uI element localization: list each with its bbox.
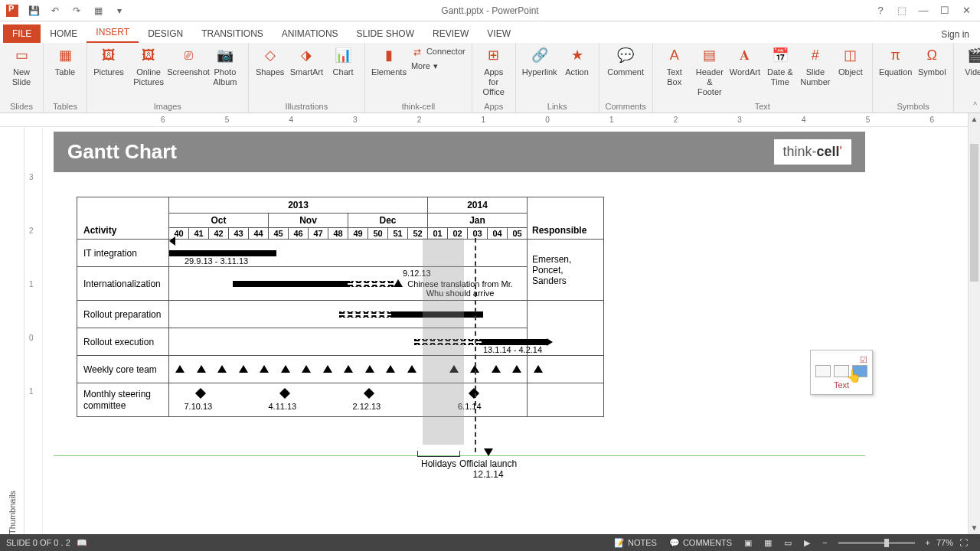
week-header: 46 — [289, 228, 309, 240]
shapes-button[interactable]: ◇Shapes — [255, 46, 286, 77]
slideshow-view-icon[interactable]: ▶ — [798, 538, 816, 548]
bar-rprep-dashed[interactable] — [339, 311, 393, 318]
close-icon[interactable]: ✕ — [959, 5, 974, 16]
tab-animations[interactable]: ANIMATIONS — [273, 24, 348, 43]
pictures-icon: 🖼 — [98, 46, 119, 66]
header-footer-button[interactable]: ▤Header & Footer — [694, 46, 725, 98]
object-button[interactable]: ◫Object — [835, 46, 866, 77]
scroll-down-icon[interactable]: ▼ — [969, 522, 980, 534]
group-slides-label: Slides — [10, 102, 33, 111]
notes-button[interactable]: 📝 NOTES — [608, 538, 663, 548]
tab-file[interactable]: FILE — [3, 24, 41, 43]
comment-icon: 💬 — [615, 46, 636, 66]
bar-rexec-end-icon — [547, 338, 557, 346]
elements-button[interactable]: ▮Elements — [371, 46, 407, 77]
bar-it[interactable] — [169, 250, 276, 256]
group-thinkcell-label: think-cell — [402, 102, 435, 111]
online-pictures-button[interactable]: 🖼Online Pictures — [129, 46, 168, 87]
horizontal-ruler: 6543210123456 — [0, 113, 980, 127]
tab-home[interactable]: HOME — [41, 24, 87, 43]
maximize-icon[interactable]: ☐ — [937, 5, 952, 16]
object-icon: ◫ — [840, 46, 861, 66]
spellcheck-icon[interactable]: 📖 — [70, 538, 93, 548]
bar-intl-solid[interactable] — [233, 281, 348, 287]
more-button[interactable]: More ▾ — [411, 61, 466, 71]
video-button[interactable]: 🎬Video — [960, 46, 980, 77]
new-slide-button[interactable]: ▭New Slide — [6, 46, 37, 87]
year-2014: 2014 — [428, 197, 528, 214]
tab-view[interactable]: VIEW — [478, 24, 520, 43]
week-header: 45 — [269, 228, 289, 240]
ruler-mark: 5 — [225, 116, 230, 124]
window-controls: ? ⬚ — ☐ ✕ — [873, 5, 980, 16]
zoom-out-icon[interactable]: − — [816, 538, 833, 547]
bar-rexec-solid[interactable] — [482, 339, 547, 345]
row-rexec-label: Rollout execution — [77, 328, 169, 356]
collapse-ribbon-icon[interactable]: ^ — [973, 101, 977, 109]
smartart-icon: ⬗ — [296, 46, 317, 66]
vertical-scrollbar[interactable]: ▲ ▼ — [968, 113, 980, 534]
vruler-mark: 1 — [29, 280, 34, 289]
week-header: 52 — [408, 228, 428, 240]
symbol-button[interactable]: ΩSymbol — [916, 46, 947, 77]
normal-view-icon[interactable]: ▣ — [738, 538, 758, 548]
minimize-icon[interactable]: — — [916, 5, 931, 16]
zoom-in-icon[interactable]: + — [920, 538, 936, 547]
scroll-up-icon[interactable]: ▲ — [969, 113, 980, 126]
fit-slide-icon[interactable]: ⛶ — [953, 538, 974, 547]
weekly-marker-icon — [239, 365, 248, 373]
weekly-marker-icon — [449, 365, 459, 373]
sorter-view-icon[interactable]: ▦ — [758, 538, 778, 548]
bar-rexec-dashed[interactable] — [414, 339, 482, 345]
redo-icon[interactable]: ↷ — [70, 5, 83, 17]
zoom-slider[interactable] — [838, 542, 915, 544]
workspace: Thumbnails 32101 Gantt Chart think-cell'… — [0, 127, 980, 534]
reading-view-icon[interactable]: ▭ — [778, 538, 798, 548]
thumbnail-panel[interactable]: Thumbnails — [0, 127, 24, 534]
connector-button[interactable]: ⇄Connector — [411, 46, 466, 58]
comments-button[interactable]: 💬 COMMENTS — [663, 538, 738, 548]
gantt-insert-popup[interactable]: ☑ Text — [810, 350, 873, 395]
ribbon-options-icon[interactable]: ⬚ — [894, 5, 910, 16]
tab-slideshow[interactable]: SLIDE SHOW — [348, 24, 423, 43]
screenshot-button[interactable]: ⎚Screenshot — [173, 46, 204, 77]
undo-icon[interactable]: ↶ — [49, 5, 61, 17]
comment-button[interactable]: 💬Comment — [607, 46, 644, 77]
weekly-marker-icon — [197, 365, 206, 373]
bar-rprep-solid[interactable] — [391, 311, 483, 318]
hyperlink-button[interactable]: 🔗Hyperlink — [522, 46, 557, 77]
slidenumber-button[interactable]: #Slide Number — [800, 46, 831, 87]
ruler-mark: 0 — [545, 116, 550, 124]
monthly-date-label: 6.1.14 — [458, 402, 482, 411]
pictures-button[interactable]: 🖼Pictures — [93, 46, 124, 77]
apps-button[interactable]: ⊞Apps for Office — [479, 46, 509, 98]
table-button[interactable]: ▦Table — [50, 46, 80, 77]
week-header: 05 — [508, 228, 528, 240]
datetime-button[interactable]: 📅Date & Time — [765, 46, 795, 87]
tab-review[interactable]: REVIEW — [423, 24, 478, 43]
save-icon[interactable]: 💾 — [28, 5, 40, 17]
equation-button[interactable]: πEquation — [879, 46, 912, 77]
tab-insert[interactable]: INSERT — [87, 23, 139, 43]
start-slideshow-icon[interactable]: ▦ — [92, 5, 104, 17]
sign-in-link[interactable]: Sign in — [930, 26, 980, 43]
photo-album-button[interactable]: 📷Photo Album — [208, 46, 242, 87]
popup-item-1[interactable] — [815, 365, 831, 377]
chart-button[interactable]: 📊Chart — [328, 46, 358, 77]
help-icon[interactable]: ? — [873, 5, 888, 16]
textbox-button[interactable]: AText Box — [659, 46, 690, 87]
weekly-marker-icon — [365, 365, 374, 373]
tab-transitions[interactable]: TRANSITIONS — [192, 24, 273, 43]
slide-canvas[interactable]: Gantt Chart think-cell' Activity 2013 20… — [54, 132, 865, 456]
weekly-marker-icon — [470, 365, 479, 373]
smartart-button[interactable]: ⬗SmartArt — [290, 46, 323, 77]
qat-dropdown-icon[interactable]: ▾ — [113, 5, 126, 17]
tab-design[interactable]: DESIGN — [139, 24, 192, 43]
gantt-chart[interactable]: Activity 2013 2014 Responsible Oct Nov D… — [77, 197, 842, 417]
symbol-icon: Ω — [921, 46, 942, 66]
wordart-button[interactable]: 𝐀WordArt — [730, 46, 760, 77]
action-button[interactable]: ★Action — [562, 46, 593, 77]
video-icon: 🎬 — [965, 46, 980, 66]
bar-intl-dashed[interactable] — [348, 281, 394, 287]
scroll-thumb[interactable] — [970, 144, 978, 282]
